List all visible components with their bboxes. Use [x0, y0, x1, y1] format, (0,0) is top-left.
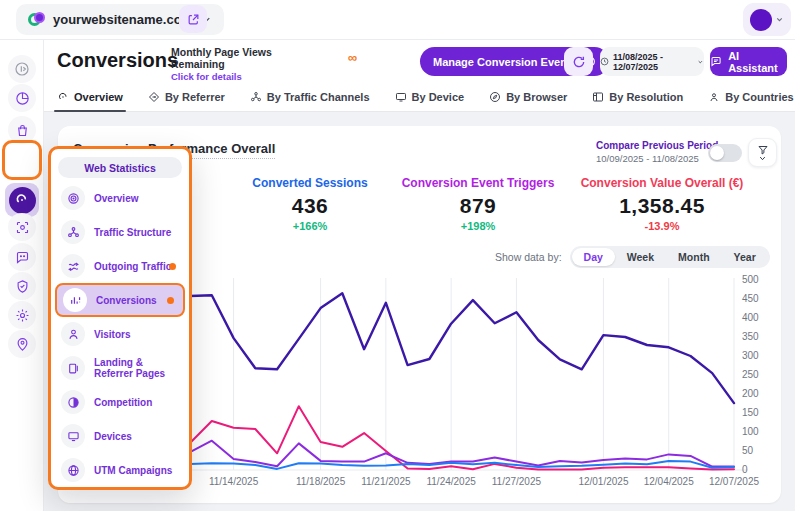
tab-label: By Countries [725, 91, 793, 103]
competition-icon [61, 390, 85, 414]
utm-campaigns-icon [61, 458, 85, 482]
menu-item-label: UTM Campaigns [94, 465, 172, 476]
assistant-chat-icon [710, 55, 722, 68]
outgoing-traffic-icon [61, 254, 85, 278]
traffic-channels-icon [250, 91, 262, 103]
notification-dot [167, 297, 174, 304]
chat-bubble-icon [15, 250, 30, 265]
avatar [750, 9, 772, 31]
menu-item-label: Competition [94, 397, 152, 408]
tab-overview[interactable]: Overview [57, 83, 123, 112]
web-statistics-menu: Web Statistics Overview Traffic Structur… [48, 146, 192, 490]
shield-check-icon [15, 279, 30, 294]
rail-item-local[interactable] [8, 330, 36, 358]
rail-item-analytics[interactable] [8, 84, 36, 112]
date-range-value: 11/08/2025 - 12/07/2025 [613, 52, 693, 72]
top-bar: yourwebsitename.com [0, 0, 795, 40]
quota-label: Monthly Page Views Remaining [171, 46, 321, 70]
svg-text:250: 250 [742, 369, 759, 380]
menu-item-competition[interactable]: Competition [55, 385, 185, 419]
tab-label: By Device [412, 91, 465, 103]
rail-item-store[interactable] [8, 116, 36, 144]
traffic-structure-icon [61, 220, 85, 244]
tab-label: By Resolution [609, 91, 683, 103]
devices-icon [61, 424, 85, 448]
menu-item-label: Overview [94, 193, 138, 204]
rail-item-chat[interactable] [8, 243, 36, 271]
menu-item-label: Landing & Referrer Pages [94, 357, 179, 379]
menu-item-label: Conversions [96, 295, 157, 306]
rail-item-crawler[interactable] [8, 213, 36, 241]
collapse-icon [14, 61, 30, 77]
menu-item-label: Outgoing Traffic [94, 261, 171, 272]
site-name: yourwebsitename.com [53, 12, 193, 27]
device-icon [395, 91, 407, 103]
svg-text:12/07/2025: 12/07/2025 [709, 476, 759, 487]
manage-button-label: Manage Conversion Events [433, 56, 577, 68]
rail-item-security[interactable] [8, 272, 36, 300]
page-title: Conversions [57, 49, 178, 72]
user-menu[interactable] [743, 3, 791, 36]
menu-item-devices[interactable]: Devices [55, 419, 185, 453]
svg-text:12/01/2025: 12/01/2025 [578, 476, 628, 487]
menu-item-traffic-structure[interactable]: Traffic Structure [55, 215, 185, 249]
svg-text:11/21/2025: 11/21/2025 [361, 476, 411, 487]
scan-target-icon [15, 220, 30, 235]
svg-text:11/24/2025: 11/24/2025 [426, 476, 476, 487]
collapse-sidebar-button[interactable] [8, 55, 36, 83]
person-pin-icon [15, 337, 30, 352]
chevron-down-icon [697, 58, 704, 66]
svg-text:11/18/2025: 11/18/2025 [296, 476, 346, 487]
refresh-button[interactable] [564, 47, 593, 76]
svg-text:11/27/2025: 11/27/2025 [492, 476, 542, 487]
conversions-icon [63, 288, 87, 312]
menu-header: Web Statistics [58, 157, 182, 178]
menu-item-label: Traffic Structure [94, 227, 171, 238]
menu-item-overview[interactable]: Overview [55, 181, 185, 215]
open-site-button[interactable] [179, 5, 207, 33]
site-favicon [28, 11, 45, 28]
menu-item-outgoing-traffic[interactable]: Outgoing Traffic [55, 249, 185, 283]
left-icon-rail [0, 40, 44, 511]
clock-icon [600, 56, 609, 67]
menu-item-utm-campaigns[interactable]: UTM Campaigns [55, 453, 185, 487]
quota-details-link[interactable]: Click for details [171, 71, 321, 82]
svg-text:200: 200 [742, 388, 759, 399]
external-link-icon [187, 13, 200, 26]
ai-assistant-button[interactable]: AI Assistant [710, 47, 787, 76]
tab-by-traffic-channels[interactable]: By Traffic Channels [250, 83, 370, 112]
menu-item-conversions[interactable]: Conversions [55, 283, 185, 317]
browser-icon [489, 91, 501, 103]
landing-pages-icon [61, 356, 85, 380]
rail-item-settings[interactable] [8, 301, 36, 329]
gear-icon [15, 308, 30, 323]
svg-text:0: 0 [742, 464, 748, 475]
page-header: Conversions Monthly Page Views Remaining… [44, 40, 795, 83]
overview-icon [61, 186, 85, 210]
menu-item-landing-referrer-pages[interactable]: Landing & Referrer Pages [55, 351, 185, 385]
menu-item-label: Visitors [94, 329, 131, 340]
tab-by-referrer[interactable]: By Referrer [148, 83, 225, 112]
tab-by-countries[interactable]: By Countries [708, 83, 793, 112]
referrer-icon [148, 91, 160, 103]
svg-text:350: 350 [742, 331, 759, 342]
menu-item-label: Devices [94, 431, 132, 442]
menu-item-visitors[interactable]: Visitors [55, 317, 185, 351]
tab-label: By Traffic Channels [267, 91, 370, 103]
countries-icon [708, 91, 720, 103]
svg-text:450: 450 [742, 293, 759, 304]
overview-icon [57, 91, 69, 103]
svg-text:12/04/2025: 12/04/2025 [644, 476, 694, 487]
tab-label: Overview [74, 91, 123, 103]
date-range-picker[interactable]: 11/08/2025 - 12/07/2025 [600, 47, 704, 76]
pie-chart-icon [15, 91, 30, 106]
tab-by-resolution[interactable]: By Resolution [592, 83, 683, 112]
quota-value: ∞ [348, 50, 357, 65]
tab-by-browser[interactable]: By Browser [489, 83, 567, 112]
rail-item-web-statistics[interactable] [5, 183, 39, 217]
svg-text:11/14/2025: 11/14/2025 [209, 476, 259, 487]
resolution-icon [592, 91, 604, 103]
tab-by-device[interactable]: By Device [395, 83, 465, 112]
refresh-icon [572, 55, 586, 69]
visitors-icon [61, 322, 85, 346]
